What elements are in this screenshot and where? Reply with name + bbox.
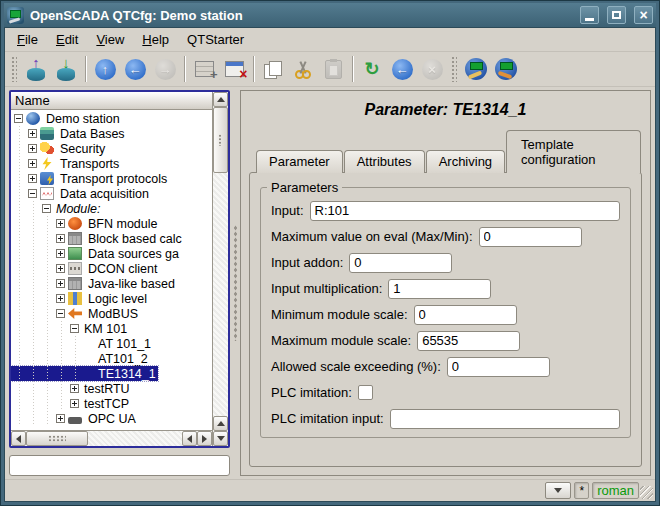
tree-item-at101-1[interactable]: AT 101_1: [11, 336, 153, 351]
previous-button[interactable]: ←: [120, 55, 150, 83]
toolbar-handle[interactable]: [11, 56, 17, 82]
tree-horizontal-scrollbar[interactable]: [11, 430, 212, 446]
scroll-right-icon[interactable]: [197, 431, 212, 446]
plc-imitation-input-field[interactable]: [390, 409, 620, 429]
menu-edit[interactable]: Edit: [48, 29, 86, 50]
tree-item-dcon-client[interactable]: DCON client: [11, 261, 159, 276]
expander-minus-icon[interactable]: [14, 114, 23, 123]
splitter-handle[interactable]: [230, 90, 240, 476]
tree-item-testrtu[interactable]: testRTU: [11, 381, 132, 396]
up-button[interactable]: ↑: [90, 55, 120, 83]
expander-plus-icon[interactable]: [70, 399, 79, 408]
tree-item-data-sources-gate[interactable]: Data sources ga: [11, 246, 181, 261]
tree-item-java-like-based[interactable]: Java-like based: [11, 276, 177, 291]
left-column: Name Demo station Data Bases: [9, 90, 230, 476]
expander-plus-icon[interactable]: [56, 264, 65, 273]
expander-plus-icon[interactable]: [28, 144, 37, 153]
maximize-button[interactable]: [607, 6, 626, 24]
tree-item-bfn-module[interactable]: BFN module: [11, 216, 159, 231]
toolbar-handle[interactable]: [451, 56, 457, 82]
max-module-scale-field[interactable]: [417, 331, 520, 351]
menu-file[interactable]: File: [9, 29, 46, 50]
close-button[interactable]: ×: [634, 6, 653, 24]
expander-minus-icon[interactable]: [70, 324, 79, 333]
tree-item-at101-2[interactable]: AT101_2: [11, 351, 150, 366]
expander-plus-icon[interactable]: [70, 384, 79, 393]
tree-item-logic-level[interactable]: Logic level: [11, 291, 149, 306]
scrollbar-thumb[interactable]: [26, 431, 88, 446]
expander-minus-icon[interactable]: [42, 204, 51, 213]
add-item-button[interactable]: +: [189, 55, 219, 83]
tab-template-configuration[interactable]: Template configuration: [506, 130, 641, 173]
tree-item-module-group[interactable]: Module:: [11, 201, 102, 216]
tab-archiving[interactable]: Archiving: [426, 150, 505, 173]
input-field[interactable]: [310, 201, 620, 221]
tree-item-block-based-calc[interactable]: Block based calc: [11, 231, 184, 246]
tree-item-data-bases[interactable]: Data Bases: [11, 126, 127, 141]
tree-item-modbus[interactable]: ModBUS: [11, 306, 140, 321]
minimize-button[interactable]: [580, 6, 599, 24]
expander-plus-icon[interactable]: [56, 414, 65, 423]
scroll-down-icon[interactable]: [213, 431, 228, 446]
previous-icon: ←: [125, 59, 146, 80]
logic-level-icon: [68, 292, 82, 305]
tree-header-name[interactable]: Name: [11, 92, 212, 110]
expander-plus-icon[interactable]: [28, 174, 37, 183]
tree-vertical-scrollbar[interactable]: [212, 92, 228, 446]
allowed-scale-exceeding-field[interactable]: [447, 357, 550, 377]
tree-item-te1314-1-selected[interactable]: TE1314_1: [11, 366, 158, 381]
min-module-scale-field[interactable]: [414, 305, 517, 325]
tree-item-testtcp[interactable]: testTCP: [11, 396, 131, 411]
navigation-tree: Name Demo station Data Bases: [9, 90, 230, 448]
delete-item-button[interactable]: ×: [219, 55, 249, 83]
expander-plus-icon[interactable]: [56, 294, 65, 303]
expander-minus-icon[interactable]: [28, 189, 37, 198]
menu-view[interactable]: View: [88, 29, 132, 50]
stop-update-button[interactable]: ×: [417, 55, 447, 83]
expander-plus-icon[interactable]: [56, 219, 65, 228]
load-from-db-button[interactable]: ↑: [21, 55, 51, 83]
paste-item-button[interactable]: [318, 55, 348, 83]
refresh-button[interactable]: ↻: [357, 55, 387, 83]
status-combo-button[interactable]: [545, 482, 571, 499]
plc-imitation-checkbox[interactable]: [358, 385, 373, 400]
tab-parameter[interactable]: Parameter: [256, 150, 343, 173]
titlebar[interactable]: OpenSCADA QTCfg: Demo station ×: [4, 3, 656, 27]
scroll-up-icon[interactable]: [213, 416, 228, 431]
expander-plus-icon[interactable]: [56, 279, 65, 288]
tree-item-km101[interactable]: KM 101: [11, 321, 129, 336]
cut-item-button[interactable]: [288, 55, 318, 83]
expander-plus-icon[interactable]: [28, 129, 37, 138]
window-title: OpenSCADA QTCfg: Demo station: [30, 8, 572, 23]
next-button[interactable]: →: [150, 55, 180, 83]
scrollbar-thumb[interactable]: [213, 107, 228, 173]
scroll-up-icon[interactable]: [213, 92, 228, 107]
resize-grip[interactable]: [640, 486, 653, 499]
chevron-down-icon: [554, 488, 562, 493]
max-value-on-eval-field[interactable]: [479, 227, 582, 247]
start-update-button[interactable]: ←: [387, 55, 417, 83]
input-multiplication-field[interactable]: [388, 279, 491, 299]
tree-item-demo-station[interactable]: Demo station: [11, 111, 122, 126]
tree-item-transports[interactable]: Transports: [11, 156, 121, 171]
tree-item-transport-protocols[interactable]: Transport protocols: [11, 171, 169, 186]
qtstarter-configurator-button[interactable]: [461, 55, 491, 83]
calculator-icon: [68, 277, 82, 290]
save-to-db-button[interactable]: ↓: [51, 55, 81, 83]
tree-item-data-acquisition[interactable]: Data acquisition: [11, 186, 151, 201]
expander-plus-icon[interactable]: [28, 159, 37, 168]
tree-item-security[interactable]: Security: [11, 141, 107, 156]
copy-item-button[interactable]: [258, 55, 288, 83]
expander-plus-icon[interactable]: [56, 234, 65, 243]
scroll-left-icon[interactable]: [11, 431, 26, 446]
tree-filter-input[interactable]: [9, 455, 230, 476]
expander-plus-icon[interactable]: [56, 249, 65, 258]
qtstarter-vision-button[interactable]: [491, 55, 521, 83]
input-addon-field[interactable]: [349, 253, 452, 273]
expander-minus-icon[interactable]: [56, 309, 65, 318]
tab-attributes[interactable]: Attributes: [344, 150, 425, 173]
scroll-left-icon[interactable]: [182, 431, 197, 446]
menu-qtstarter[interactable]: QTStarter: [179, 29, 252, 50]
menu-help[interactable]: Help: [134, 29, 177, 50]
tree-item-opc-ua[interactable]: OPC UA: [11, 411, 138, 426]
